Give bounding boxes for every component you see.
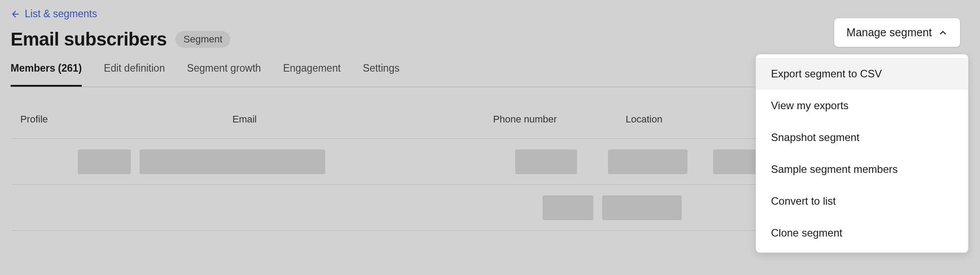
column-header-phone: Phone number [493,114,626,125]
manage-segment-label: Manage segment [847,26,932,39]
skeleton-placeholder [140,149,325,174]
breadcrumb-back[interactable]: List & segments [11,8,97,20]
menu-item-clone-segment[interactable]: Clone segment [756,217,968,249]
menu-item-view-exports[interactable]: View my exports [756,90,968,122]
manage-segment-button[interactable]: Manage segment [834,18,961,47]
breadcrumb-label: List & segments [25,8,97,20]
tab-settings[interactable]: Settings [363,62,399,87]
skeleton-placeholder [543,195,593,220]
menu-item-convert-to-list[interactable]: Convert to list [756,185,968,217]
tab-members[interactable]: Members (261) [11,62,82,87]
manage-segment-dropdown: Export segment to CSV View my exports Sn… [756,54,969,253]
segment-badge: Segment [175,31,230,48]
column-header-profile: Profile [20,114,232,125]
tab-engagement[interactable]: Engagement [283,62,341,87]
page-title: Email subscribers [11,29,167,50]
menu-item-snapshot-segment[interactable]: Snapshot segment [756,122,968,153]
tab-segment-growth[interactable]: Segment growth [187,62,261,87]
chevron-up-icon [938,28,948,38]
menu-item-export-csv[interactable]: Export segment to CSV [756,58,968,90]
tab-edit-definition[interactable]: Edit definition [104,62,165,87]
arrow-left-icon [11,9,20,19]
skeleton-placeholder [608,149,688,174]
skeleton-placeholder [602,195,682,220]
menu-item-sample-members[interactable]: Sample segment members [756,153,968,185]
skeleton-placeholder [515,149,577,174]
skeleton-placeholder [78,149,131,174]
column-header-email: Email [232,114,493,125]
